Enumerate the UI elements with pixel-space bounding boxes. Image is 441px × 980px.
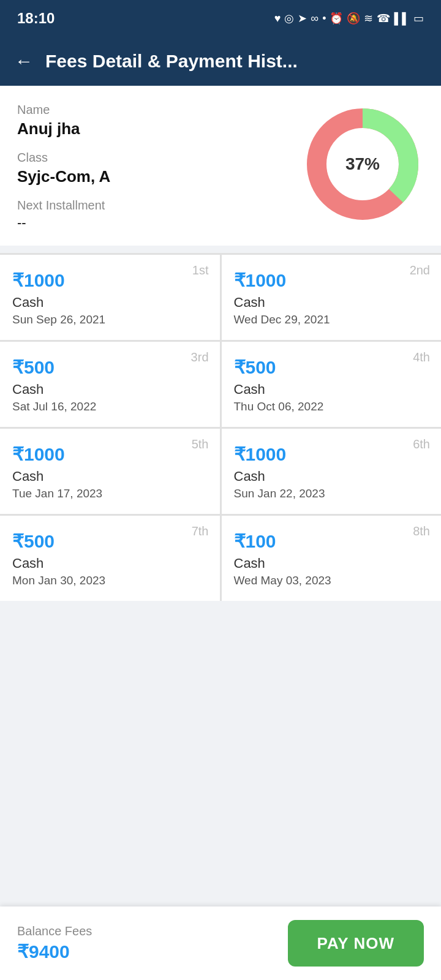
- phone-icon: ☎: [377, 12, 390, 25]
- payment-method: Cash: [234, 556, 429, 571]
- payment-card: 3rd ₹500 Cash Sat Jul 16, 2022: [0, 342, 220, 427]
- donut-percentage: 37%: [345, 154, 380, 174]
- installment-number: 3rd: [191, 350, 209, 364]
- payment-grid: 1st ₹1000 Cash Sun Sep 26, 2021 2nd ₹100…: [0, 253, 441, 601]
- payment-amount: ₹1000: [234, 270, 429, 291]
- next-installment-value: --: [17, 215, 301, 231]
- class-label: Class: [17, 151, 301, 165]
- status-time: 18:10: [17, 10, 55, 27]
- payment-card: 4th ₹500 Cash Thu Oct 06, 2022: [222, 342, 442, 427]
- signal-bars-icon: ▌▌: [394, 12, 410, 25]
- payment-card: 1st ₹1000 Cash Sun Sep 26, 2021: [0, 255, 220, 340]
- dot-icon: •: [322, 12, 326, 25]
- installment-number: 5th: [192, 437, 209, 451]
- installment-number: 2nd: [410, 263, 430, 277]
- payment-method: Cash: [234, 382, 429, 398]
- bottom-bar: Balance Fees ₹9400 PAY NOW: [0, 907, 441, 980]
- whatsapp-icon: ◎: [284, 12, 294, 25]
- wifi-icon: ≋: [364, 12, 373, 25]
- payment-date: Wed Dec 29, 2021: [234, 313, 429, 326]
- balance-fees-label: Balance Fees: [17, 924, 92, 938]
- name-label: Name: [17, 103, 301, 117]
- installment-number: 1st: [192, 263, 209, 277]
- status-bar: 18:10 ♥ ◎ ➤ ∞ • ⏰ 🔕 ≋ ☎ ▌▌ ▭: [0, 0, 441, 37]
- signal-icon: ♥: [274, 12, 281, 25]
- status-icons: ♥ ◎ ➤ ∞ • ⏰ 🔕 ≋ ☎ ▌▌ ▭: [274, 12, 424, 25]
- next-installment-label: Next Installment: [17, 198, 301, 213]
- payment-method: Cash: [12, 556, 208, 571]
- balance-fees-section: Balance Fees ₹9400: [17, 924, 276, 962]
- page-title: Fees Detail & Payment Hist...: [45, 51, 298, 72]
- student-class: Syjc-Com, A: [17, 167, 301, 186]
- back-button[interactable]: ←: [15, 51, 33, 72]
- balance-fees-amount: ₹9400: [17, 941, 70, 962]
- installment-number: 6th: [413, 437, 430, 451]
- payment-amount: ₹1000: [12, 443, 208, 465]
- installment-number: 4th: [413, 350, 430, 364]
- location-icon: ➤: [298, 12, 307, 25]
- payment-date: Sun Sep 26, 2021: [12, 313, 208, 326]
- payment-amount: ₹500: [12, 356, 208, 378]
- payment-date: Tue Jan 17, 2023: [12, 487, 208, 500]
- payment-card: 6th ₹1000 Cash Sun Jan 22, 2023: [222, 429, 442, 514]
- header: ← Fees Detail & Payment Hist...: [0, 37, 441, 86]
- payment-amount: ₹1000: [12, 270, 208, 291]
- payment-date: Mon Jan 30, 2023: [12, 574, 208, 587]
- alarm-icon: ⏰: [330, 12, 343, 25]
- installment-number: 7th: [192, 524, 209, 538]
- donut-chart: 37%: [301, 103, 424, 225]
- student-name: Anuj jha: [17, 119, 301, 138]
- payment-amount: ₹500: [234, 356, 429, 378]
- payment-card: 5th ₹1000 Cash Tue Jan 17, 2023: [0, 429, 220, 514]
- payment-method: Cash: [12, 382, 208, 398]
- installment-number: 8th: [413, 524, 430, 538]
- mute-icon: 🔕: [347, 12, 360, 25]
- payment-card: 8th ₹100 Cash Wed May 03, 2023: [222, 516, 442, 601]
- payment-amount: ₹500: [12, 530, 208, 552]
- payment-date: Sat Jul 16, 2022: [12, 400, 208, 413]
- payment-date: Wed May 03, 2023: [234, 574, 429, 587]
- payment-amount: ₹100: [234, 530, 429, 552]
- payment-date: Thu Oct 06, 2022: [234, 400, 429, 413]
- payment-method: Cash: [12, 469, 208, 484]
- payment-amount: ₹1000: [234, 443, 429, 465]
- pay-now-button[interactable]: PAY NOW: [288, 920, 424, 967]
- payment-method: Cash: [234, 469, 429, 484]
- payment-date: Sun Jan 22, 2023: [234, 487, 429, 500]
- payment-card: 7th ₹500 Cash Mon Jan 30, 2023: [0, 516, 220, 601]
- infinity-icon: ∞: [311, 12, 318, 25]
- payment-method: Cash: [12, 295, 208, 311]
- profile-card: Name Anuj jha Class Syjc-Com, A Next Ins…: [0, 86, 441, 246]
- profile-info: Name Anuj jha Class Syjc-Com, A Next Ins…: [17, 103, 301, 231]
- payment-method: Cash: [234, 295, 429, 311]
- battery-icon: ▭: [413, 12, 424, 25]
- payment-card: 2nd ₹1000 Cash Wed Dec 29, 2021: [222, 255, 442, 340]
